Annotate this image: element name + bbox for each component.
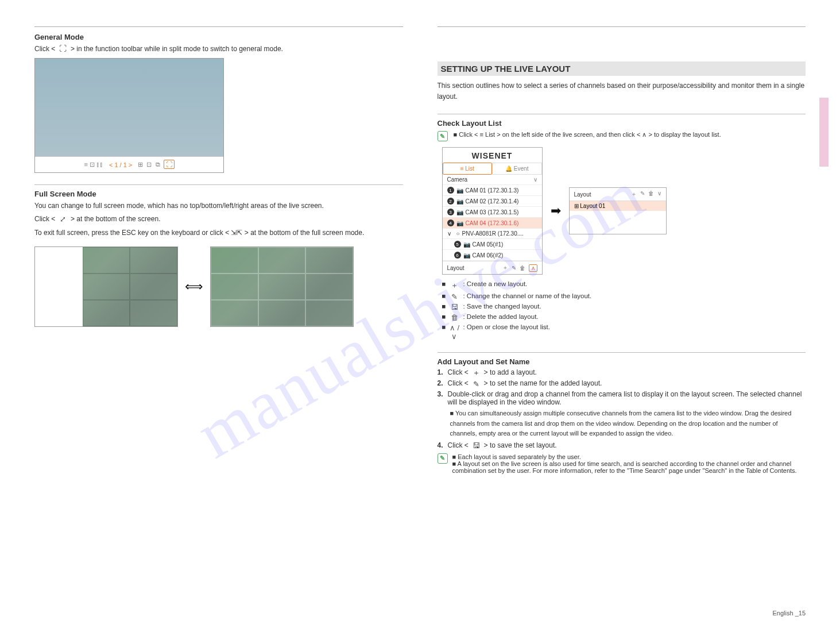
divider (34, 26, 403, 27)
note-text-2: ■ A layout set on the live screen is als… (452, 460, 806, 474)
step-number: 3. (438, 390, 443, 406)
note-icon: ✎ (438, 453, 448, 464)
plus-icon: ＋ (449, 280, 459, 291)
legend-row: ■ ＋: Create a new layout. (442, 280, 806, 291)
fullscreen-icon-highlight: ⛶ (164, 160, 175, 169)
camera-header-row: Camera ∨ (443, 175, 542, 185)
layout-item[interactable]: ⊞ Layout 01 (570, 201, 666, 211)
step-text: Click < 🖫 > to save the set layout. (448, 441, 557, 450)
fullscreen-comparison: ⟺ (34, 246, 403, 327)
save-icon: 🖫 (449, 303, 459, 311)
camera-row-selected[interactable]: 4📷CAM 04 (172.30.1.6) (443, 218, 542, 229)
step-number: 2. (438, 379, 443, 388)
edit-icon: ✎ (449, 292, 459, 301)
divider (34, 184, 403, 185)
step-3: 3. 3. Double-click or drag and drop a ch… (438, 390, 806, 406)
camera-header-label: Camera (447, 176, 531, 183)
step-text: Click < ＋ > to add a layout. (448, 368, 537, 377)
layout-footer: Layout ＋ ✎ 🗑 ∧ (443, 261, 542, 274)
general-mode-text: Click < ⛶ > in the function toolbar whil… (34, 44, 403, 55)
thumbnail-with-sidebar (34, 246, 178, 327)
chevron-icons: ∧ / ∨ (449, 323, 459, 341)
heading-check-layout: Check Layout List (438, 119, 806, 128)
layout-panel-left: WISENET ≡ List 🔔 Event Camera ∨ 1📷CAM 01… (442, 147, 543, 275)
edit-icon[interactable]: ✎ (512, 265, 516, 271)
layout-header-label: Layout (574, 191, 591, 198)
panel-tabs: ≡ List 🔔 Event (443, 163, 542, 175)
note-text-1: ■ Each layout is saved separately by the… (452, 453, 806, 460)
camera-row[interactable]: 3📷CAM 03 (172.30.1.5) (443, 207, 542, 218)
edit-icon[interactable]: ✎ (640, 190, 645, 198)
divider (438, 26, 806, 27)
fullscreen-exit-note: To exit full screen, press the ESC key o… (34, 228, 403, 238)
note-save-layout: ✎ ■ Each layout is saved separately by t… (438, 453, 806, 474)
save-icon: 🖫 (471, 442, 481, 450)
edit-icon: ✎ (471, 380, 481, 388)
legend-row: ■ ∧ / ∨: Open or close the layout list. (442, 323, 806, 341)
camera-label: CAM 02 (172.30.1.4) (466, 198, 537, 205)
footer-lang: English (773, 610, 793, 617)
collapse-icon: ⤢ (59, 215, 68, 224)
divider (438, 352, 806, 353)
right-arrow-icon: ➡ (551, 203, 561, 218)
layout-footer-label: Layout (447, 265, 464, 271)
text-fragment: > in the function toolbar while in split… (71, 45, 283, 53)
wisenet-logo: WISENET (443, 148, 542, 163)
channel-badge: 3 (447, 209, 454, 215)
step-number: 4. (438, 441, 443, 450)
chevron-down-icon[interactable]: ∨ (533, 176, 537, 183)
camera-row[interactable]: 2📷CAM 02 (172.30.1.4) (443, 196, 542, 207)
toolbar-right-icons: ⊞ ⊡ ⧉ ⛶ (138, 161, 174, 168)
toolbar-pager: < 1 / 1 > (109, 161, 132, 168)
tab-event[interactable]: 🔔 Event (492, 163, 542, 175)
camera-label: CAM 01 (172.30.1.3) (466, 187, 537, 194)
divider (438, 114, 806, 114)
note-text: ■ Click < ≡ List > on the left side of t… (452, 131, 806, 138)
chevron-up-icon[interactable]: ∧ (529, 264, 537, 272)
legend-text: : Change the channel or name of the layo… (463, 292, 591, 301)
screenshot-toolbar: ≡ ⊡ ⫿⫿ < 1 / 1 > ⊞ ⊡ ⧉ ⛶ (35, 156, 223, 172)
step-4: 4. Click < 🖫 > to save the set layout. (438, 441, 806, 450)
delete-icon: 🗑 (449, 313, 459, 322)
layout-icon-legend: ■ ＋: Create a new layout. ■ ✎: Change th… (442, 280, 806, 341)
footer-page-number: _15 (795, 610, 806, 617)
plus-icon: ＋ (471, 369, 481, 377)
channel-badge: 4 (447, 219, 454, 226)
text-fragment: Click < (34, 45, 55, 53)
camera-row[interactable]: 5📷CAM 05(#1) (443, 239, 542, 250)
plus-icon[interactable]: ＋ (502, 264, 508, 272)
camera-row[interactable]: 6📷CAM 06(#2) (443, 250, 542, 261)
delete-icon[interactable]: 🗑 (520, 265, 525, 271)
toolbar-left-icons: ≡ ⊡ ⫿⫿ (84, 161, 103, 168)
camera-row[interactable]: 1📷CAM 01 (172.30.1.3) (443, 185, 542, 196)
channel-badge: 2 (447, 198, 454, 205)
text-fragment: Click < (34, 215, 55, 223)
text-fragment: Each layout is saved separately by the u… (458, 453, 581, 460)
layout-panel-right: Layout ＋ ✎ 🗑 ∨ ⊞ Layout 01 (569, 187, 667, 234)
delete-icon[interactable]: 🗑 (648, 190, 654, 198)
step-text: Click < ✎ > to set the name for the adde… (448, 379, 602, 388)
camera-label: CAM 04 (172.30.1.6) (466, 220, 537, 226)
legend-row: ■ 🖫: Save the changed layout. (442, 303, 806, 311)
right-column: SETTING UP THE LIVE LAYOUT This section … (438, 23, 806, 477)
channel-badge: 6 (454, 252, 461, 259)
camera-label: CAM 05(#1) (473, 241, 537, 248)
fullscreen-instruction: Click < ⤢ > at the bottom of the screen. (34, 214, 403, 225)
legend-row: ■ ✎: Change the channel or name of the l… (442, 292, 806, 301)
thumbnail-fullscreen (210, 246, 354, 327)
legend-text: : Save the changed layout. (463, 303, 541, 311)
tab-list[interactable]: ≡ List (443, 163, 493, 175)
setup-description: This section outlines how to select a se… (438, 80, 806, 102)
heading-add-layout: Add Layout and Set Name (438, 357, 806, 366)
note-check-layout: ✎ ■ Click < ≡ List > on the left side of… (438, 131, 806, 141)
heading-full-screen: Full Screen Mode (34, 190, 403, 198)
step-number: 1. (438, 368, 443, 377)
plus-icon[interactable]: ＋ (631, 190, 637, 198)
step-3-sub: ■ You can simultaneously assign multiple… (450, 409, 806, 439)
blank-area (570, 211, 666, 234)
heading-general-mode: General Mode (34, 33, 403, 41)
layout-screenshot-row: WISENET ≡ List 🔔 Event Camera ∨ 1📷CAM 01… (442, 147, 806, 275)
camera-row[interactable]: ∨○PNV-A8081R (172.30.... (443, 229, 542, 239)
text-fragment: > at the bottom of the screen. (71, 215, 160, 223)
chevron-down-icon[interactable]: ∨ (657, 190, 661, 198)
